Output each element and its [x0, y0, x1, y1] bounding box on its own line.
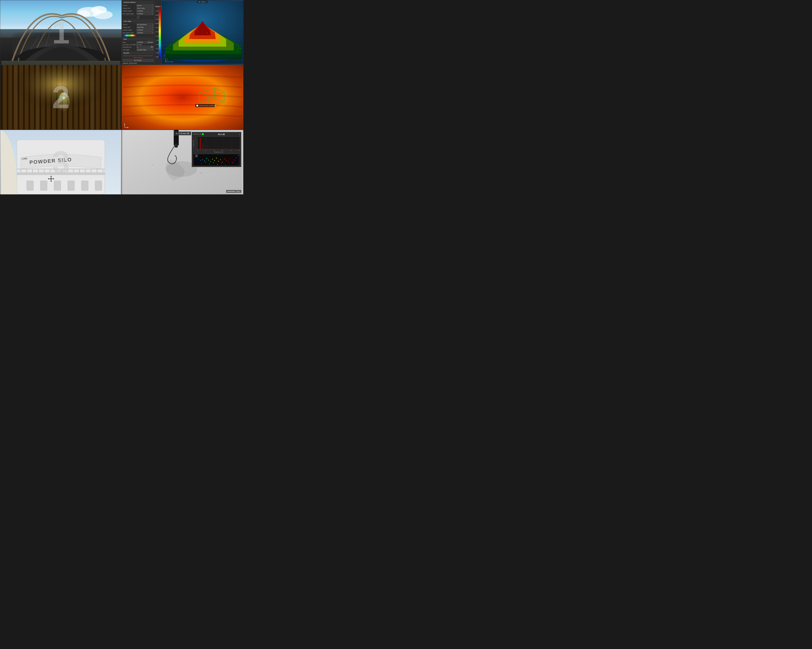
results-warning-text: Please use the dots to select the best t… [123, 55, 154, 58]
compute-button[interactable]: ▶ Compute [123, 59, 154, 62]
cell-empty-input[interactable]: interpolate ▼ [137, 26, 154, 28]
max-edge-label: Max edge length [123, 13, 137, 15]
cell-source-label: Source [123, 24, 137, 25]
svg-point-22 [234, 47, 234, 48]
svg-point-234 [201, 163, 202, 164]
panel-header-grid: Grid [123, 38, 154, 40]
main-grid: 1 Ground / Before Source ground ▼ Empty … [0, 0, 243, 195]
svg-point-34 [210, 35, 210, 36]
svg-point-193 [152, 165, 153, 166]
empty-cells-input[interactable]: leave empty ▼ [137, 7, 154, 9]
cell-empty-row: Empty cells interpolate ▼ [123, 26, 154, 28]
color-scale-container: Relative height 13.159 11.512 9.861 8.31… [155, 0, 162, 65]
svg-rect-211 [195, 154, 238, 166]
cell-empty-label: Empty cells [123, 26, 137, 28]
gel-level-row: Gel level: OK [193, 133, 204, 135]
svg-point-243 [237, 164, 238, 164]
empty-cells-arrow: ▼ [152, 8, 153, 9]
cell-source-input[interactable]: pile segmented ▼ [137, 23, 154, 26]
cell-source-value: pile segmented [137, 24, 147, 25]
panel-header-ground: Ground / Before [123, 1, 154, 3]
svg-point-28 [191, 38, 191, 39]
chart-x-labels: 0 10 20 30 40 50 [197, 150, 240, 151]
grid-size-text: size 1803 x 475 (856,425 cells) [123, 44, 154, 46]
empty-cells-row: Empty cells leave empty ▼ [123, 7, 154, 9]
default-height-arrow: ▼ [152, 10, 153, 12]
cell-default-height-arrow: ▼ [152, 29, 153, 30]
panel-header-results: Results [123, 52, 154, 54]
cell-empty-value: interpolate [137, 27, 144, 28]
checkbox-row [123, 16, 154, 18]
3d-view-title: 3D View 1 [197, 1, 208, 3]
svg-point-30 [222, 42, 223, 43]
source-value: ground [137, 5, 142, 6]
vertical-color-bar [159, 7, 161, 59]
bottom-panel-close-btn[interactable]: × [238, 154, 239, 157]
svg-point-235 [205, 162, 206, 163]
svg-point-231 [234, 160, 235, 160]
svg-point-31 [194, 34, 195, 35]
cell-default-height-label: Default height [123, 29, 137, 31]
svg-point-32 [197, 32, 198, 32]
color-bar-row [123, 35, 154, 37]
cell-max-edge-value: 0.000000 [137, 32, 143, 34]
grid-step-input[interactable]: 0.100000 [137, 41, 146, 44]
max-edge-row: Max edge length 0.000000 ▼ [123, 12, 154, 15]
grid-step-value: 0.100000 [137, 42, 143, 43]
grid-step-label: step [123, 41, 137, 43]
svg-point-227 [226, 160, 227, 161]
cell-height-label: cell height [123, 49, 137, 51]
lidar-texture [122, 65, 243, 129]
svg-point-220 [212, 159, 213, 160]
svg-point-36 [201, 24, 202, 24]
cell-source-arrow: ▼ [152, 24, 153, 25]
svg-point-240 [225, 165, 226, 165]
svg-point-238 [217, 164, 218, 165]
control-panel: Ground / Before Source ground ▼ Empty ce… [122, 0, 155, 65]
empty-cells-label: Empty cells [123, 7, 137, 9]
svg-rect-172 [54, 181, 61, 190]
ruler-icon: ⊕ [176, 133, 177, 134]
svg-point-229 [230, 158, 231, 159]
proj-dir-btn[interactable]: ⊙ [151, 46, 153, 48]
cell-default-height-row: Default height 0.000000 ▼ [123, 29, 154, 31]
svg-point-35 [202, 23, 203, 23]
svg-point-230 [232, 162, 233, 163]
svg-point-17 [171, 49, 171, 50]
svg-point-219 [210, 161, 211, 162]
proj-dir-row: projection dir. Z ⊙ [123, 46, 154, 48]
cell-height-arrow: ▼ [152, 49, 153, 50]
section-number-2: 2 [52, 81, 70, 113]
gel-label: Gel level: OK [193, 133, 201, 135]
max-edge-value: 0.000000 [137, 13, 143, 14]
svg-point-239 [221, 163, 222, 163]
default-height-row: Default height 0.000000 ▼ [123, 10, 154, 12]
svg-point-241 [229, 163, 230, 164]
cell-height-input[interactable]: average height ▼ [137, 49, 154, 51]
chart-container: AMPLITUDE [193, 137, 240, 153]
svg-point-29 [218, 40, 219, 41]
default-height-input[interactable]: 0.000000 ▼ [137, 10, 154, 12]
cell-max-edge-input[interactable]: 0.000000 ▼ [137, 32, 154, 34]
cell-default-height-input[interactable]: 0.000000 ▼ [137, 29, 154, 31]
empty-cells-value: leave empty [137, 8, 145, 9]
svg-point-194 [200, 172, 202, 174]
x-label-30: 30 [222, 150, 223, 151]
svg-rect-191 [175, 144, 178, 148]
cell-max-edge-arrow: ▼ [152, 32, 153, 33]
svg-point-217 [206, 158, 207, 159]
panel-close-btn[interactable]: × [239, 133, 240, 136]
ultrasound-bottom-panel: × [193, 154, 240, 166]
svg-point-224 [220, 159, 221, 160]
cell-lidar-heatmap: 4.575 mm mm 4.625 mm ↑ [122, 65, 243, 129]
section-number-3: 3 [52, 146, 70, 178]
svg-point-221 [214, 160, 215, 161]
source-input[interactable]: ground ▼ [137, 4, 154, 6]
svg-point-25 [235, 51, 236, 52]
cell-ultrasound: ⊕ 11.9 mm EE 19cm Gel level: OK 46.9 dB … [122, 130, 243, 195]
edit-grid-btn[interactable]: Edit grid [147, 41, 154, 44]
max-edge-input[interactable]: 0.000000 ▼ [137, 12, 154, 15]
proj-dir-input[interactable]: Z ⊙ [137, 46, 154, 48]
svg-point-37 [203, 23, 204, 24]
checkbox[interactable] [137, 16, 139, 18]
